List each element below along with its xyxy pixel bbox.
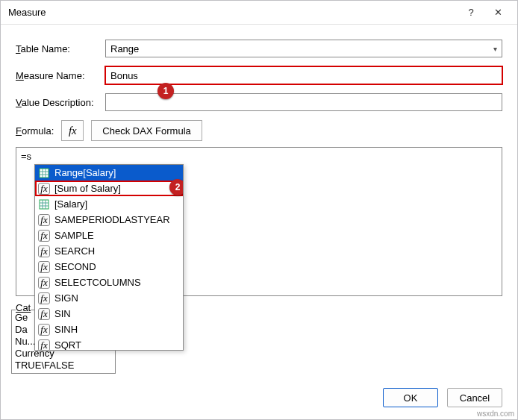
fx-icon: fx: [38, 277, 50, 289]
category-item[interactable]: TRUE\FALSE: [15, 360, 112, 372]
autocomplete-item-label: [Sum of Salary]: [54, 183, 121, 194]
svg-rect-0: [40, 169, 49, 178]
dialog-buttons: OK Cancel: [1, 379, 517, 419]
autocomplete-item[interactable]: fxSEARCH: [35, 243, 183, 259]
autocomplete-item[interactable]: fxSQRT: [35, 337, 183, 350]
autocomplete-item-label: SELECTCOLUMNS: [54, 277, 141, 288]
measure-name-label: Measure Name:: [16, 70, 99, 81]
annotation-badge-2: 2: [169, 179, 183, 195]
autocomplete-dropdown: Range[Salary]fx[Sum of Salary]2[Salary]f…: [34, 164, 184, 351]
measure-dialog: Measure ? ✕ Table Name: Range ▾ Measure …: [0, 0, 518, 420]
table-name-label: Table Name:: [16, 43, 99, 54]
fx-icon[interactable]: fx: [61, 120, 84, 141]
check-dax-button[interactable]: Check DAX Formula: [91, 120, 202, 141]
table-name-value: Range: [110, 43, 139, 54]
cancel-button[interactable]: Cancel: [447, 388, 502, 407]
autocomplete-item[interactable]: [Salary]: [35, 196, 183, 212]
watermark: wsxdn.com: [477, 410, 514, 418]
svg-rect-5: [40, 200, 49, 209]
annotation-badge-1: 1: [157, 83, 174, 99]
close-icon: ✕: [494, 7, 502, 18]
formula-label: Formula:: [16, 125, 54, 137]
fx-icon: fx: [38, 339, 50, 351]
dialog-content: Table Name: Range ▾ Measure Name: 1 Valu…: [1, 25, 517, 379]
close-button[interactable]: ✕: [484, 2, 511, 23]
autocomplete-item-label: SAMEPERIODLASTYEAR: [54, 214, 170, 225]
table-icon: [38, 198, 50, 210]
fx-icon: fx: [38, 292, 50, 304]
fx-icon: fx: [38, 214, 50, 226]
fx-icon: fx: [38, 245, 50, 257]
autocomplete-item[interactable]: fx[Sum of Salary]2: [35, 181, 183, 196]
dialog-title: Measure: [8, 7, 458, 18]
chevron-down-icon: ▾: [493, 45, 497, 53]
fx-icon: fx: [38, 230, 50, 242]
fx-icon: fx: [38, 261, 50, 273]
table-name-select[interactable]: Range ▾: [105, 40, 502, 57]
formula-text: =s: [21, 151, 31, 162]
autocomplete-item[interactable]: fxSIN: [35, 306, 183, 322]
autocomplete-list[interactable]: Range[Salary]fx[Sum of Salary]2[Salary]f…: [35, 165, 183, 350]
formula-textarea[interactable]: =s Range[Salary]fx[Sum of Salary]2[Salar…: [16, 147, 502, 296]
value-description-label: Value Description:: [16, 97, 99, 108]
help-button[interactable]: ?: [458, 2, 484, 23]
autocomplete-item-label: SECOND: [54, 261, 96, 272]
help-icon: ?: [468, 7, 473, 18]
autocomplete-item[interactable]: fxSAMPLE: [35, 228, 183, 243]
autocomplete-item-label: Range[Salary]: [54, 167, 116, 178]
category-label: Cat: [16, 302, 31, 313]
autocomplete-item-label: SIGN: [54, 292, 78, 304]
fx-icon: fx: [38, 183, 50, 195]
autocomplete-item[interactable]: fxSAMEPERIODLASTYEAR: [35, 212, 183, 228]
table-icon: [38, 167, 50, 179]
autocomplete-item[interactable]: Range[Salary]: [35, 165, 183, 181]
autocomplete-item-label: SQRT: [54, 339, 81, 350]
autocomplete-item[interactable]: fxSECOND: [35, 259, 183, 275]
autocomplete-item[interactable]: fxSIGN: [35, 290, 183, 306]
autocomplete-item[interactable]: fxSELECTCOLUMNS: [35, 275, 183, 290]
measure-name-input[interactable]: [105, 66, 502, 84]
autocomplete-item-label: SINH: [54, 324, 78, 335]
title-bar: Measure ? ✕: [1, 1, 517, 25]
autocomplete-item-label: [Salary]: [54, 198, 87, 210]
autocomplete-item-label: SEARCH: [54, 245, 95, 257]
autocomplete-item-label: SAMPLE: [54, 230, 94, 241]
autocomplete-item-label: SIN: [54, 308, 71, 319]
fx-icon: fx: [38, 308, 50, 320]
autocomplete-item[interactable]: fxSINH: [35, 322, 183, 337]
ok-button[interactable]: OK: [383, 388, 438, 407]
fx-icon: fx: [38, 324, 50, 336]
